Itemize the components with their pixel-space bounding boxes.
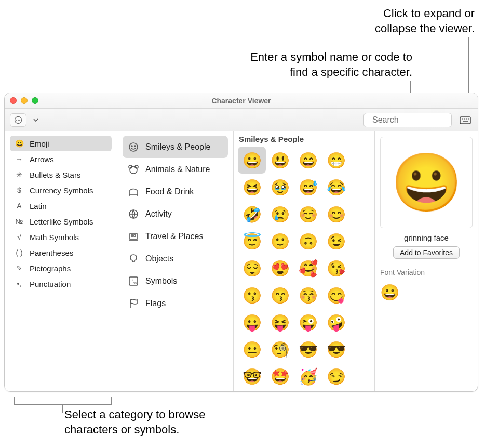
svg-text:♪: ♪	[131, 278, 133, 282]
font-variation-glyph[interactable]: 😀	[380, 279, 473, 301]
callout-category: Select a category to browse characters o…	[64, 407, 272, 437]
character-cell[interactable]: 😜	[294, 309, 322, 336]
character-cell[interactable]: 🙂	[266, 228, 294, 255]
sidebar-item-icon: ✳	[14, 170, 24, 179]
category-bracket-stem	[62, 405, 63, 413]
character-cell[interactable]: 🤪	[322, 309, 350, 336]
character-cell[interactable]: 😚	[294, 282, 322, 309]
sidebar-item-parentheses[interactable]: ( )Parentheses	[10, 245, 112, 260]
character-cell[interactable]: 😌	[238, 255, 266, 282]
svg-rect-6	[460, 117, 470, 124]
character-cell[interactable]: 🤩	[266, 363, 294, 390]
close-window-button[interactable]	[10, 97, 17, 104]
character-cell[interactable]: 🙃	[294, 228, 322, 255]
food-icon	[128, 186, 139, 197]
subcategory-symbols[interactable]: ♪%Symbols	[123, 270, 228, 292]
character-cell[interactable]: 😙	[266, 282, 294, 309]
character-cell[interactable]: 😝	[266, 309, 294, 336]
subcategory-travel[interactable]: Travel & Places	[123, 225, 228, 247]
character-cell[interactable]: 😅	[294, 174, 322, 201]
character-cell[interactable]: 🤣	[238, 201, 266, 228]
subcategory-label: Symbols	[145, 276, 177, 286]
svg-rect-21	[130, 234, 137, 239]
toolbar-menu-button[interactable]	[10, 113, 26, 127]
character-cell[interactable]: 😎	[294, 336, 322, 363]
subcategory-animals[interactable]: Animals & Nature	[123, 158, 228, 180]
subcategory-label: Objects	[145, 254, 173, 263]
svg-point-3	[19, 120, 20, 121]
subcategory-label: Food & Drink	[145, 187, 194, 196]
character-cell[interactable]: 😗	[238, 282, 266, 309]
subcategory-food[interactable]: Food & Drink	[123, 180, 228, 203]
subcategory-smileys[interactable]: Smileys & People	[123, 136, 228, 158]
subcategory-flags[interactable]: Flags	[123, 292, 228, 314]
toolbar	[5, 109, 478, 131]
sidebar-item-punctuation[interactable]: •,Punctuation	[10, 276, 112, 292]
character-cell[interactable]: 😊	[322, 201, 350, 228]
activity-icon	[128, 208, 139, 220]
svg-text:%: %	[133, 281, 137, 285]
character-cell[interactable]: 😢	[266, 201, 294, 228]
character-cell[interactable]: 😉	[322, 228, 350, 255]
grid-section-header: Smileys & People	[234, 131, 374, 146]
character-cell[interactable]: 🥳	[294, 363, 322, 390]
sidebar-item-label: Punctuation	[30, 280, 71, 288]
smileys-icon	[128, 141, 139, 153]
subcategory-list: Smileys & PeopleAnimals & NatureFood & D…	[117, 131, 234, 391]
character-cell[interactable]: 😛	[238, 309, 266, 336]
subcategory-objects[interactable]: Objects	[123, 247, 228, 270]
sidebar-item-currency-symbols[interactable]: $Currency Symbols	[10, 182, 112, 198]
character-grid: 😀😃😄😁😆🥹😅😂🤣😢☺️😊😇🙂🙃😉😌😍🥰😘😗😙😚😋😛😝😜🤪😐🧐😎😎🤓🤩🥳😏	[234, 146, 374, 391]
sidebar-item-arrows[interactable]: →Arrows	[10, 151, 112, 167]
character-cell[interactable]: 😐	[238, 336, 266, 363]
svg-point-14	[134, 146, 136, 147]
character-cell[interactable]: 😇	[238, 228, 266, 255]
svg-point-1	[16, 120, 17, 121]
minimize-window-button[interactable]	[21, 97, 28, 104]
character-cell[interactable]: 😂	[322, 174, 350, 201]
sidebar-item-math-symbols[interactable]: √Math Symbols	[10, 229, 112, 245]
sidebar-item-emoji[interactable]: 😀Emoji	[10, 136, 112, 151]
callout-collapse: Click to expand or collapse the viewer.	[314, 6, 475, 36]
sidebar-item-letterlike-symbols[interactable]: №Letterlike Symbols	[10, 214, 112, 229]
character-cell[interactable]: 🤓	[238, 363, 266, 390]
subcategory-activity[interactable]: Activity	[123, 203, 228, 225]
character-cell[interactable]: 😏	[322, 363, 350, 390]
sidebar-item-pictographs[interactable]: ✎Pictographs	[10, 260, 112, 276]
character-cell[interactable]: 🥰	[294, 255, 322, 282]
objects-icon	[128, 253, 139, 265]
character-cell[interactable]: 🧐	[266, 336, 294, 363]
sidebar-item-icon: √	[14, 233, 24, 241]
character-cell[interactable]: 😁	[322, 147, 350, 174]
svg-rect-23	[134, 235, 136, 236]
collapse-viewer-button[interactable]	[458, 114, 473, 126]
character-cell[interactable]: 😘	[322, 255, 350, 282]
sidebar-item-bullets-stars[interactable]: ✳Bullets & Stars	[10, 167, 112, 182]
svg-rect-22	[131, 235, 133, 236]
character-cell[interactable]: 😆	[238, 174, 266, 201]
sidebar-item-label: Emoji	[30, 139, 49, 148]
category-bracket	[14, 397, 112, 405]
sidebar-item-icon: A	[14, 202, 24, 210]
traffic-lights	[10, 97, 38, 104]
subcategory-label: Travel & Places	[145, 232, 203, 241]
character-cell[interactable]: 😋	[322, 282, 350, 309]
sidebar-item-label: Pictographs	[30, 264, 71, 273]
character-cell[interactable]: ☺️	[294, 201, 322, 228]
zoom-window-button[interactable]	[32, 97, 38, 104]
search-field[interactable]	[363, 113, 452, 127]
titlebar: Character Viewer	[5, 93, 478, 109]
animals-icon	[128, 164, 139, 175]
toolbar-dropdown-chevron[interactable]	[30, 113, 42, 127]
keyboard-icon	[460, 115, 471, 125]
character-cell[interactable]: 😍	[266, 255, 294, 282]
sidebar-item-latin[interactable]: ALatin	[10, 198, 112, 214]
add-to-favorites-button[interactable]: Add to Favorites	[393, 246, 460, 259]
character-cell[interactable]: 😎	[322, 336, 350, 363]
character-cell[interactable]: 😀	[238, 147, 266, 174]
font-variation-label: Font Variation	[380, 268, 473, 279]
character-cell[interactable]: 😃	[266, 147, 294, 174]
sidebar-item-icon: $	[14, 186, 24, 194]
character-cell[interactable]: 😄	[294, 147, 322, 174]
character-cell[interactable]: 🥹	[266, 174, 294, 201]
